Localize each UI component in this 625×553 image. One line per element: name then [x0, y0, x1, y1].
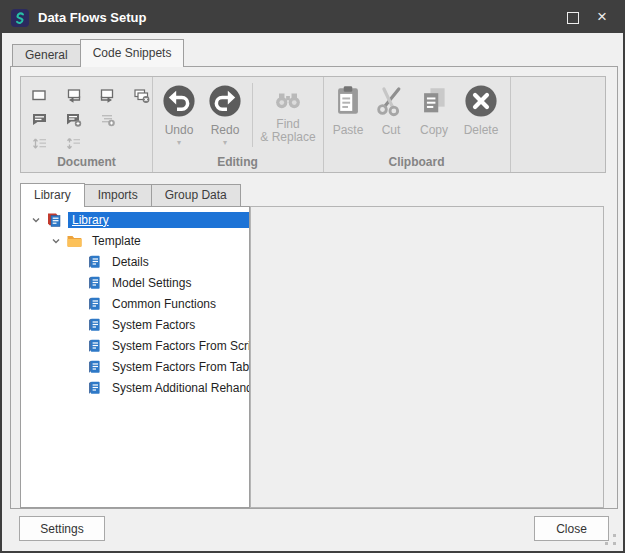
lines-plus-glyph: [99, 111, 116, 128]
close-button[interactable]: Close: [534, 516, 609, 541]
code-snippet-icon: [86, 317, 102, 333]
close-icon[interactable]: ×: [591, 4, 613, 30]
code-snippet-icon: [86, 338, 102, 354]
chevron-down-icon[interactable]: [46, 236, 66, 246]
binoculars-icon: [273, 84, 303, 114]
cascade-delete-glyph: [133, 87, 150, 104]
export-document-icon[interactable]: [97, 85, 117, 105]
code-snippet-icon: [86, 380, 102, 396]
app-logo-icon: [11, 9, 29, 27]
maximize-icon[interactable]: [567, 12, 579, 24]
up-arrow-lines-glyph: [65, 135, 82, 152]
rect-arrow-right-glyph: [99, 87, 116, 104]
resize-grip-icon[interactable]: [605, 534, 616, 545]
tree-item-library[interactable]: Library: [21, 209, 249, 230]
chevron-down-icon[interactable]: [26, 215, 46, 225]
undo-icon: [162, 84, 196, 118]
comment-icon[interactable]: [29, 109, 49, 129]
tree-item-label: Library: [68, 212, 249, 228]
paste-icon: [331, 84, 365, 118]
line-spacing-icon[interactable]: [29, 133, 49, 153]
tab-library[interactable]: Library: [20, 183, 85, 207]
tree-item-label: System Factors From Table: [108, 359, 250, 375]
tree-item-label: Template: [88, 233, 145, 249]
tab-imports[interactable]: Imports: [84, 184, 152, 207]
chevron-down-icon: ▾: [223, 139, 227, 147]
paste-button[interactable]: Paste: [325, 77, 371, 137]
rect-arrow-left-glyph: [65, 87, 82, 104]
code-snippet-icon: [86, 275, 102, 291]
tree-item-template[interactable]: Template: [21, 230, 249, 251]
library-tree: Library Template: [20, 206, 250, 508]
tree-item-model-settings[interactable]: Model Settings: [21, 272, 249, 293]
move-line-up-icon[interactable]: [63, 133, 83, 153]
cut-button[interactable]: Cut: [371, 77, 411, 137]
tree-item-common-functions[interactable]: Common Functions: [21, 293, 249, 314]
ribbon-group-document: Document: [21, 77, 153, 172]
redo-label: Redo: [211, 124, 240, 137]
document-icon-grid: [21, 77, 152, 154]
import-document-icon[interactable]: [63, 85, 83, 105]
tree-item-system-factors-from-table[interactable]: System Factors From Table: [21, 356, 249, 377]
copy-button[interactable]: Copy: [411, 77, 457, 137]
library-book-icon: [46, 212, 62, 228]
chevron-glyph: [31, 215, 41, 225]
rect-outline-glyph: [31, 87, 48, 104]
find-label-line1: Find: [276, 117, 299, 131]
cut-label: Cut: [382, 124, 401, 137]
find-replace-button[interactable]: Find & Replace: [257, 77, 319, 144]
panel-tabstrip: Library Imports Group Data: [20, 184, 240, 207]
tree-item-label: System Additional Rehandle: [108, 380, 250, 396]
delete-document-icon[interactable]: [131, 85, 151, 105]
code-snippet-icon: [86, 359, 102, 375]
redo-icon: [208, 84, 242, 118]
clipboard-buttons-row: Paste Cut: [323, 77, 510, 156]
editing-buttons-row: Undo ▾ Redo ▾: [152, 77, 323, 156]
tree-item-details[interactable]: Details: [21, 251, 249, 272]
comment-options-icon[interactable]: [63, 109, 83, 129]
tree-item-system-factors[interactable]: System Factors: [21, 314, 249, 335]
add-lines-icon[interactable]: [97, 109, 117, 129]
page-tabstrip: General Code Snippets: [12, 39, 183, 67]
redo-button[interactable]: Redo ▾: [202, 77, 248, 147]
ribbon-toolbar: Document Undo ▾: [20, 76, 606, 173]
tree-item-label: Model Settings: [108, 275, 195, 291]
tree-item-label: Details: [108, 254, 153, 270]
code-snippet-icon: [86, 254, 102, 270]
speech-bubble-badge-glyph: [65, 111, 82, 128]
group-label-editing: Editing: [152, 155, 323, 169]
tree-item-system-factors-from-script[interactable]: System Factors From Script: [21, 335, 249, 356]
detail-panel: [250, 206, 604, 508]
dialog-window: Data Flows Setup × General Code Snippets: [0, 0, 625, 553]
group-label-document: Document: [21, 155, 152, 169]
chevron-glyph: [51, 236, 61, 246]
undo-button[interactable]: Undo ▾: [156, 77, 202, 147]
undo-label: Undo: [165, 124, 194, 137]
tree-item-system-additional-rehandle[interactable]: System Additional Rehandle: [21, 377, 249, 398]
up-down-arrows-lines-glyph: [31, 135, 48, 152]
ribbon-group-editing: Undo ▾ Redo ▾: [152, 77, 324, 172]
titlebar: Data Flows Setup ×: [2, 2, 623, 33]
tree-item-label: System Factors: [108, 317, 199, 333]
cut-icon: [374, 84, 408, 118]
ribbon-group-clipboard: Paste Cut: [323, 77, 511, 172]
tab-code-snippets[interactable]: Code Snippets: [80, 39, 185, 67]
settings-button[interactable]: Settings: [19, 516, 105, 541]
tree-item-label: Common Functions: [108, 296, 220, 312]
find-label-line2: & Replace: [260, 130, 315, 144]
delete-icon: [464, 84, 498, 118]
code-snippets-page: Document Undo ▾: [10, 66, 618, 509]
delete-label: Delete: [464, 124, 499, 137]
chevron-down-icon: ▾: [177, 139, 181, 147]
copy-icon: [417, 84, 451, 118]
find-replace-label: Find & Replace: [260, 118, 315, 144]
delete-button[interactable]: Delete: [457, 77, 505, 137]
folder-icon: [66, 233, 82, 249]
code-snippet-icon: [86, 296, 102, 312]
copy-label: Copy: [420, 124, 448, 137]
new-document-icon[interactable]: [29, 85, 49, 105]
editing-divider: [252, 83, 253, 147]
tab-group-data[interactable]: Group Data: [151, 184, 241, 207]
tab-general[interactable]: General: [12, 44, 81, 67]
group-label-clipboard: Clipboard: [323, 155, 510, 169]
